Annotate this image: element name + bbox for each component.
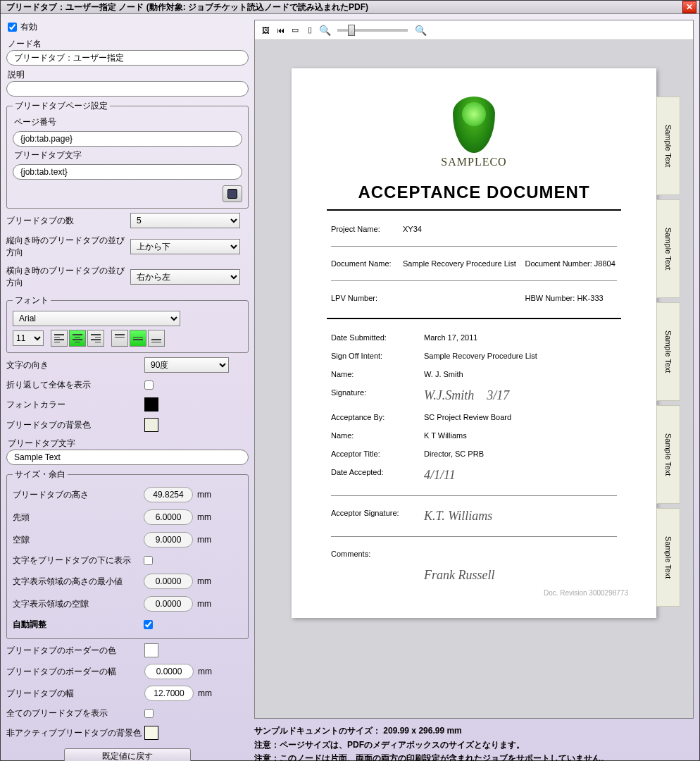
tab-width-input[interactable] xyxy=(144,686,194,701)
bleed-tab: Sample Text xyxy=(656,97,680,195)
inactive-bg-label: 非アクティブブリードタブの背景色 xyxy=(6,727,144,739)
sample-size-note: サンプルドキュメントのサイズ： 209.99 x 296.99 mm xyxy=(254,724,694,738)
unit-mm: mm xyxy=(197,535,211,545)
unit-mm: mm xyxy=(198,667,212,676)
min-height-label: 文字表示領域の高さの最小値 xyxy=(13,576,144,588)
tab-width-label: ブリードタブの幅 xyxy=(6,688,144,700)
unit-mm: mm xyxy=(197,512,211,522)
horizontal-direction-select[interactable]: 右から左 xyxy=(130,269,240,285)
window-title: ブリードタブ：ユーザー指定 ノード (動作対象: ジョブチケット読込ノードで読み… xyxy=(4,1,682,13)
font-family-select[interactable]: Arial xyxy=(13,311,180,326)
description-label: 説明 xyxy=(6,69,249,81)
bleed-tab: Sample Text xyxy=(656,302,680,401)
below-label: 文字をブリードタブの下に表示 xyxy=(13,555,144,567)
enable-checkbox[interactable] xyxy=(8,23,17,32)
gap-input[interactable] xyxy=(144,532,193,547)
reset-label: 既定値に戻す xyxy=(102,750,153,762)
show-all-checkbox[interactable] xyxy=(144,709,154,718)
bleed-tabs: Sample Text Sample Text Sample Text Samp… xyxy=(656,97,680,607)
pagenumber-input[interactable] xyxy=(13,131,242,147)
right-panel: 🖼 ⏮ ▭ ▯ 🔍 🔍 Sample Text Sample Text Samp… xyxy=(254,20,694,761)
bleed-tab: Sample Text xyxy=(656,508,680,607)
signature-2: 4/1/11 xyxy=(424,468,456,482)
nodename-input[interactable] xyxy=(6,50,249,66)
font-fieldset: フォント Arial 11 xyxy=(6,295,249,353)
wrap-checkbox[interactable] xyxy=(144,380,154,390)
page-settings-legend: ブリードタブページ設定 xyxy=(13,100,110,112)
lead-label: 先頭 xyxy=(13,512,144,524)
bg-color-swatch[interactable] xyxy=(144,418,158,432)
border-width-input[interactable] xyxy=(144,664,194,679)
tab-height-label: ブリードタブの高さ xyxy=(13,489,144,501)
variable-picker-button[interactable] xyxy=(223,185,242,202)
logo-block: SAMPLECO xyxy=(327,97,621,168)
font-color-swatch[interactable] xyxy=(144,397,158,412)
content-area: 有効 ノード名 説明 ブリードタブページ設定 ページ番号 ブリードタブ文字 xyxy=(1,14,699,761)
align-center-button[interactable] xyxy=(69,330,86,347)
vertical-direction-label: 縦向き時のブリードタブの並び方向 xyxy=(6,235,130,259)
dialog-window: ブリードタブ：ユーザー指定 ノード (動作対象: ジョブチケット読込ノードで読み… xyxy=(0,0,700,761)
bg-color-label: ブリードタブの背景色 xyxy=(6,419,144,431)
valign-bottom-button[interactable] xyxy=(148,330,165,347)
preview-toolbar: 🖼 ⏮ ▭ ▯ 🔍 🔍 xyxy=(255,20,693,40)
size-fieldset: サイズ・余白 ブリードタブの高さ mm 先頭 mm 空隙 mm xyxy=(6,469,249,639)
bleed-tab: Sample Text xyxy=(656,405,680,504)
unit-mm: mm xyxy=(197,490,211,500)
zoom-out-icon[interactable]: 🔍 xyxy=(318,24,331,37)
tab-height-input[interactable] xyxy=(144,487,193,502)
description-input[interactable] xyxy=(6,81,249,97)
note-1: 注意：ページサイズは、PDFのメディアボックスのサイズとなります。 xyxy=(254,738,694,752)
page-width-icon[interactable]: ▯ xyxy=(304,24,316,37)
unit-mm: mm xyxy=(197,599,211,609)
enable-label: 有効 xyxy=(20,21,37,33)
logo-text: SAMPLECO xyxy=(327,156,621,168)
valign-middle-button[interactable] xyxy=(130,330,146,347)
text-direction-select[interactable]: 90度 xyxy=(144,357,229,373)
logo-drop-icon xyxy=(453,97,495,153)
auto-checkbox[interactable] xyxy=(144,620,153,629)
zoom-in-icon[interactable]: 🔍 xyxy=(414,24,427,37)
text-gap-label: 文字表示領域の空隙 xyxy=(13,598,144,610)
first-page-icon[interactable]: ⏮ xyxy=(274,24,287,37)
doc-revision: Doc. Revision 3000298773 xyxy=(544,589,628,597)
tab-count-label: ブリードタブの数 xyxy=(6,215,130,227)
align-right-button[interactable] xyxy=(87,330,104,347)
valign-group xyxy=(111,330,165,347)
nodename-label: ノード名 xyxy=(6,38,249,50)
bleedtext-label: ブリードタブ文字 xyxy=(6,438,249,450)
font-legend: フォント xyxy=(13,295,51,307)
titlebar: ブリードタブ：ユーザー指定 ノード (動作対象: ジョブチケット読込ノードで読み… xyxy=(1,1,699,14)
zoom-slider[interactable] xyxy=(337,29,408,32)
gap-label: 空隙 xyxy=(13,534,144,546)
lead-input[interactable] xyxy=(144,509,193,525)
size-legend: サイズ・余白 xyxy=(13,469,68,481)
text-gap-input[interactable] xyxy=(144,596,193,612)
inactive-bg-swatch[interactable] xyxy=(144,726,158,740)
close-button[interactable]: ✕ xyxy=(682,1,696,13)
border-color-label: ブリードタブのボーダーの色 xyxy=(6,645,144,657)
border-width-label: ブリードタブのボーダーの幅 xyxy=(6,666,144,678)
page-fit-icon[interactable]: ▭ xyxy=(289,24,301,37)
halign-group xyxy=(51,330,104,347)
align-left-button[interactable] xyxy=(51,330,68,347)
show-all-label: 全てのブリードタブを表示 xyxy=(6,707,144,719)
doc-title: ACCEPTANCE DOCUMENT xyxy=(327,182,621,202)
preview-box: 🖼 ⏮ ▭ ▯ 🔍 🔍 Sample Text Sample Text Samp… xyxy=(254,20,694,719)
reset-defaults-button[interactable]: 既定値に戻す xyxy=(64,748,191,761)
vertical-direction-select[interactable]: 上から下 xyxy=(130,239,240,254)
bleedtext-input[interactable] xyxy=(6,450,249,465)
min-height-input[interactable] xyxy=(144,574,193,589)
valign-top-button[interactable] xyxy=(111,330,128,347)
font-size-select[interactable]: 11 xyxy=(13,330,44,346)
border-color-swatch[interactable] xyxy=(144,643,158,657)
bleedtabtext-field-input[interactable] xyxy=(13,164,242,180)
below-checkbox[interactable] xyxy=(144,556,153,565)
auto-label: 自動調整 xyxy=(13,619,144,631)
bleed-tab: Sample Text xyxy=(656,199,680,298)
doc-info-table: Project Name:XY34 Document Name:Sample R… xyxy=(327,219,621,308)
thumb-icon[interactable]: 🖼 xyxy=(259,24,272,37)
zoom-slider-thumb[interactable] xyxy=(348,25,355,36)
tab-count-select[interactable]: 5 xyxy=(130,213,240,228)
signature-1: W.J.Smith 3/17 xyxy=(424,388,509,402)
unit-mm: mm xyxy=(197,576,211,586)
